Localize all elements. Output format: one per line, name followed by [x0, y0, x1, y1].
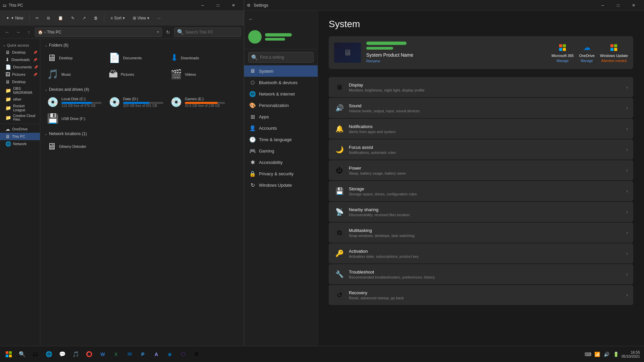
more-button[interactable]: ··· — [154, 13, 164, 23]
taskbar-word[interactable]: W — [97, 348, 109, 360]
folder-videos[interactable]: 🎬 Videos — [168, 67, 228, 82]
network-toggle[interactable]: ⌄ — [44, 131, 48, 136]
folder-downloads[interactable]: ⬇ Downloads — [168, 50, 228, 65]
battery-icon[interactable]: 🔋 — [612, 350, 620, 358]
settings-search[interactable]: 🔍 — [248, 52, 314, 63]
drive-f[interactable]: 💾 USB Drive (F:) — [44, 111, 105, 126]
drive-d[interactable]: 💿 Data (D:) 329 GB free of 931 GB — [106, 95, 166, 110]
drives-toggle[interactable]: ⌄ — [44, 87, 48, 92]
folder-pictures[interactable]: 🏔 Pictures — [106, 67, 166, 82]
settings-back-area[interactable]: ← — [244, 13, 318, 25]
rename-button[interactable]: Rename — [366, 59, 380, 63]
settings-recovery[interactable]: ↺ Recovery Reset, advanced startup, go b… — [329, 285, 633, 305]
sidebar-item-documents[interactable]: 📄 Documents 📌 — [0, 63, 40, 71]
sidebar-item-pictures[interactable]: 🖼 Pictures 📌 — [0, 71, 40, 78]
taskbar-ae[interactable]: A — [150, 348, 162, 360]
taskbar-search[interactable]: 🔍 — [16, 348, 28, 360]
settings-nav-accessibility[interactable]: ✱ Accessibility — [244, 157, 318, 168]
volume-icon[interactable]: 🔊 — [603, 350, 611, 358]
maximize-button[interactable]: □ — [210, 0, 226, 11]
taskbar-file-explorer[interactable]: 🗂 — [30, 348, 42, 360]
settings-minimize-button[interactable]: ─ — [595, 0, 610, 11]
cut-button[interactable]: ✂ — [32, 13, 42, 23]
refresh-button[interactable]: ↻ — [163, 27, 173, 37]
folder-desktop[interactable]: 🖥 Desktop — [44, 50, 105, 65]
network-decoder[interactable]: 🖥 Główny Dekoder — [44, 139, 105, 154]
rename-button[interactable]: ✎ — [68, 13, 78, 23]
sidebar-item-desktop[interactable]: 🖥 Desktop 📌 — [0, 49, 40, 56]
keyboard-icon[interactable]: ⌨ — [584, 350, 592, 358]
taskbar-outlook[interactable]: ✉ — [123, 348, 136, 360]
settings-notifications[interactable]: 🔔 Notifications Alerts from apps and sys… — [329, 119, 633, 139]
breadcrumb[interactable]: 🏠 › This PC ▾ — [35, 27, 162, 37]
folder-documents[interactable]: 📄 Documents — [106, 50, 166, 65]
taskbar-excel[interactable]: X — [110, 348, 122, 360]
drive-c-icon: 💿 — [47, 97, 59, 108]
view-button[interactable]: ⊞ View ▾ — [129, 13, 153, 23]
settings-profile[interactable] — [244, 25, 318, 49]
sidebar-item-onedrive[interactable]: ☁ OneDrive — [0, 125, 40, 133]
taskbar-clock[interactable]: 16:55 05/10/2021 — [622, 350, 640, 358]
taskbar-settings[interactable]: ⚙ — [191, 348, 203, 360]
sidebar-item-creative-cloud[interactable]: 📁 Creative Cloud Files — [0, 113, 40, 122]
sidebar-item-rocket-league[interactable]: 📁 Rocket League — [0, 103, 40, 113]
settings-nav-accounts[interactable]: 👤 Accounts — [244, 122, 318, 134]
sidebar-item-this-pc[interactable]: 🖥 This PC — [0, 133, 40, 140]
copy-button[interactable]: ⧉ — [44, 13, 53, 23]
paste-button[interactable]: 📋 — [55, 13, 66, 23]
settings-storage[interactable]: 💾 Storage Storage space, drives, configu… — [329, 181, 633, 201]
sidebar-item-downloads[interactable]: ⬇ Downloads 📌 — [0, 56, 40, 63]
taskbar-music[interactable]: 🎵 — [70, 348, 82, 360]
settings-nav-gaming[interactable]: 🎮 Gaming — [244, 145, 318, 157]
quick-access-header[interactable]: ⌄ Quick access — [0, 42, 40, 49]
settings-nav-personalization[interactable]: 🎨 Personalization — [244, 100, 318, 111]
forward-button[interactable]: → — [13, 27, 23, 37]
start-button[interactable] — [3, 348, 15, 360]
sidebar-item-desktop2[interactable]: 🖥 Desktop — [0, 78, 40, 85]
taskbar-app1[interactable]: ⭕ — [83, 348, 95, 360]
settings-display[interactable]: 🖥 Display Monitors, brightness, night li… — [329, 77, 633, 97]
up-button[interactable]: ↑ — [24, 27, 34, 37]
sidebar-item-network[interactable]: 🌐 Network — [0, 140, 40, 147]
sidebar-item-other[interactable]: 📁 other — [0, 96, 40, 103]
settings-power[interactable]: ⏻ Power Sleep, battery usage, battery sa… — [329, 160, 633, 180]
settings-nav-time[interactable]: 🕐 Time & language — [244, 134, 318, 145]
settings-close-button[interactable]: ✕ — [626, 0, 641, 11]
settings-activation[interactable]: 🔑 Activation Activation state, subscript… — [329, 243, 633, 263]
drive-e[interactable]: 💿 Games (E:) 42.6 GB free of 238 GB — [168, 95, 228, 110]
taskbar-vs[interactable]: ⬡ — [177, 348, 189, 360]
wifi-icon[interactable]: 📶 — [593, 350, 601, 358]
settings-nav-privacy[interactable]: 🔒 Privacy & security — [244, 168, 318, 179]
back-button[interactable]: ← — [3, 27, 12, 37]
settings-search-input[interactable] — [260, 55, 311, 60]
settings-nav-system[interactable]: 🖥 System — [244, 65, 318, 77]
settings-multitasking[interactable]: ⧉ Multitasking Snap windows, desktops, t… — [329, 223, 633, 243]
settings-sound[interactable]: 🔊 Sound Volume levels, output, input, so… — [329, 98, 633, 118]
sort-button[interactable]: ≡ Sort ▾ — [107, 13, 128, 23]
settings-troubleshoot[interactable]: 🔧 Troubleshoot Recommended troubleshoote… — [329, 264, 633, 284]
taskbar-photoshop[interactable]: P — [137, 348, 149, 360]
settings-maximize-button[interactable]: □ — [610, 0, 626, 11]
settings-win-controls: ─ □ ✕ — [595, 0, 641, 11]
sidebar-item-obs[interactable]: 📁 OBS NAGRANIA — [0, 85, 40, 96]
close-button[interactable]: ✕ — [226, 0, 241, 11]
share-button[interactable]: ↗ — [79, 13, 89, 23]
minimize-button[interactable]: ─ — [195, 0, 210, 11]
search-input[interactable] — [185, 30, 238, 35]
settings-nav-update[interactable]: ↻ Windows Update — [244, 179, 318, 191]
power-chevron: › — [626, 168, 628, 173]
folders-toggle[interactable]: ⌄ — [44, 43, 48, 48]
folder-music[interactable]: 🎵 Music — [44, 67, 105, 82]
drive-c[interactable]: 💿 Local Disk (C:) 113 GB free of 476 GB — [44, 95, 105, 110]
settings-nearby-sharing[interactable]: 📡 Nearby sharing Discoverability, receiv… — [329, 202, 633, 222]
settings-focus-assist[interactable]: 🌙 Focus assist Notifications, automatic … — [329, 139, 633, 160]
delete-button[interactable]: 🗑 — [91, 13, 101, 23]
search-box[interactable]: 🔍 — [174, 27, 241, 37]
taskbar-chrome[interactable]: 🌐 — [43, 348, 55, 360]
settings-nav-network[interactable]: 🌐 Network & internet — [244, 88, 318, 100]
new-button[interactable]: ✦ ✦ New — [3, 13, 26, 23]
settings-nav-bluetooth[interactable]: ⬡ Bluetooth & devices — [244, 77, 318, 88]
taskbar-discord[interactable]: 💬 — [56, 348, 68, 360]
settings-nav-apps[interactable]: ⊞ Apps — [244, 111, 318, 122]
taskbar-vscode[interactable]: ◈ — [164, 348, 176, 360]
